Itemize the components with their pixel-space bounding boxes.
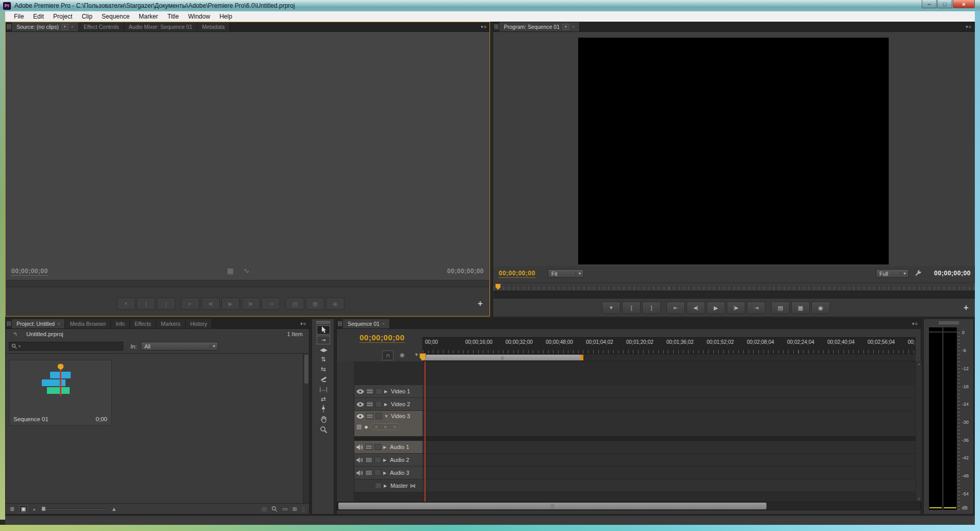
list-view-button[interactable]: ≣: [10, 506, 14, 512]
track-content-video3[interactable]: [422, 385, 916, 398]
sequence-item-card[interactable]: Sequence 01 0;00: [9, 360, 112, 426]
program-go-to-out-button[interactable]: ⇥: [747, 302, 765, 314]
track-lock-toggle[interactable]: [375, 388, 382, 394]
zoom-in-triangle-icon[interactable]: ▲: [111, 506, 117, 512]
program-marker-button[interactable]: ▼: [602, 302, 620, 314]
show-keyframes-button[interactable]: ◆: [364, 424, 368, 429]
sync-lock-icon[interactable]: [366, 401, 373, 407]
track-header-audio2[interactable]: ▶ Audio 2: [354, 454, 422, 467]
next-keyframe-icon[interactable]: ▶: [394, 425, 396, 429]
track-header-video3[interactable]: ▶ Video 1: [354, 385, 422, 398]
collapse-arrow-icon[interactable]: ▶: [384, 402, 389, 407]
rate-stretch-tool[interactable]: ⇆: [321, 365, 326, 374]
menu-edit[interactable]: Edit: [28, 13, 48, 20]
toggle-track-output-icon[interactable]: [356, 389, 364, 394]
razor-tool[interactable]: [320, 375, 328, 384]
program-go-to-in-button[interactable]: ⇤: [666, 302, 685, 314]
playhead-line[interactable]: [424, 361, 426, 502]
program-playhead[interactable]: [495, 284, 501, 290]
add-keyframe-icon[interactable]: ◆: [384, 425, 387, 429]
source-step-back-button[interactable]: ◀|: [201, 297, 220, 310]
track-lock-toggle[interactable]: [375, 483, 382, 489]
track-content-video1[interactable]: [422, 411, 916, 437]
menu-title[interactable]: Title: [162, 13, 183, 20]
menu-window[interactable]: Window: [184, 13, 215, 20]
set-encore-chapter-marker-button[interactable]: ◉: [400, 352, 405, 358]
collapse-arrow-icon[interactable]: ▶: [383, 458, 388, 462]
menu-sequence[interactable]: Sequence: [97, 13, 134, 20]
work-area-end-handle[interactable]: [580, 355, 583, 360]
tab-effect-controls[interactable]: Effect Controls: [79, 22, 124, 31]
track-content-master[interactable]: [422, 479, 916, 492]
program-scrollbar[interactable]: [494, 291, 975, 298]
project-vertical-scrollbar[interactable]: [303, 354, 309, 503]
sync-lock-icon[interactable]: [366, 413, 373, 419]
source-mark-out-button[interactable]: }: [157, 297, 175, 310]
close-tab-icon[interactable]: ×: [572, 24, 575, 29]
set-unnumbered-marker-button[interactable]: ▼: [414, 352, 419, 357]
source-go-to-in-button[interactable]: ⇤: [181, 297, 200, 310]
track-select-tool[interactable]: ⇥: [317, 336, 330, 344]
program-mini-timeline[interactable]: [494, 283, 975, 290]
panel-menu-icon[interactable]: ▾≡: [481, 24, 487, 29]
clear-button[interactable]: ▯: [302, 506, 305, 512]
toggle-track-mute-icon[interactable]: [356, 444, 363, 450]
slide-tool[interactable]: ⇄: [321, 395, 326, 404]
panel-grip[interactable]: [7, 24, 11, 29]
menu-clip[interactable]: Clip: [77, 13, 97, 20]
track-header-video2[interactable]: ▶ Video 2: [354, 398, 422, 411]
sync-lock-icon[interactable]: [365, 457, 372, 463]
source-play-button[interactable]: ▶: [221, 297, 240, 310]
track-lock-toggle[interactable]: [375, 401, 382, 407]
zoom-out-triangle-icon[interactable]: ▲: [32, 507, 36, 511]
source-export-frame-button[interactable]: ◉: [326, 297, 345, 310]
previous-keyframe-icon[interactable]: ◀: [374, 425, 377, 429]
set-display-style-button[interactable]: ▥: [356, 423, 362, 430]
hand-tool[interactable]: [320, 415, 328, 425]
zoom-tool[interactable]: [320, 426, 328, 435]
program-zoom-select[interactable]: Fit ▼: [548, 269, 584, 278]
close-tab-icon[interactable]: ×: [57, 321, 60, 326]
tab-markers[interactable]: Markers: [156, 319, 186, 328]
source-overwrite-button[interactable]: ▦: [306, 297, 324, 310]
up-one-level-icon[interactable]: ↰: [13, 331, 18, 338]
program-step-back-button[interactable]: ◀|: [687, 302, 705, 314]
tab-source[interactable]: Source: (no clips) ▼ ×: [12, 22, 79, 31]
panel-menu-icon[interactable]: ▾≡: [912, 321, 918, 326]
icon-view-button[interactable]: ▣: [19, 505, 27, 513]
timeline-vertical-scrollbar[interactable]: ▲ ▼: [916, 361, 922, 502]
panel-grip[interactable]: [494, 24, 498, 29]
pen-tool[interactable]: [320, 405, 327, 414]
menu-file[interactable]: File: [9, 13, 28, 20]
toggle-track-output-icon[interactable]: [356, 402, 364, 407]
source-zoom-scrollbar[interactable]: [6, 280, 489, 287]
panel-grip[interactable]: [939, 321, 959, 325]
source-step-forward-button[interactable]: |▶: [241, 297, 260, 310]
program-tab-dropdown-icon[interactable]: ▼: [562, 24, 569, 30]
search-scope-select[interactable]: All ▼: [141, 342, 218, 351]
expand-arrow-icon[interactable]: ▼: [384, 414, 389, 419]
source-marker-button[interactable]: ▼: [117, 297, 135, 310]
panel-grip[interactable]: [7, 321, 11, 326]
panel-grip[interactable]: [316, 321, 331, 324]
close-button[interactable]: ×: [953, 0, 975, 8]
track-content-audio3[interactable]: [422, 467, 916, 479]
collapse-arrow-icon[interactable]: ▶: [384, 484, 388, 488]
collapse-arrow-icon[interactable]: ▶: [383, 471, 388, 475]
tab-sequence-01[interactable]: Sequence 01 ×: [343, 319, 390, 328]
toggle-track-output-icon[interactable]: [356, 414, 364, 419]
close-tab-icon[interactable]: ×: [382, 321, 385, 326]
rolling-edit-tool[interactable]: ⇅: [321, 355, 326, 364]
time-ruler[interactable]: 00;00 00;00;16;00 00;00;32;00 00;00;48;0…: [422, 337, 916, 354]
program-export-frame-button[interactable]: ◉: [811, 302, 830, 314]
tab-metadata[interactable]: Metadata: [198, 22, 230, 31]
drag-audio-only-icon[interactable]: ∿: [243, 267, 250, 275]
minimize-button[interactable]: –: [922, 0, 937, 8]
track-content-audio1[interactable]: [422, 441, 916, 454]
sync-lock-icon[interactable]: [365, 444, 372, 450]
panel-menu-icon[interactable]: ▾≡: [300, 321, 306, 326]
tab-info[interactable]: Info: [111, 319, 130, 328]
program-lift-button[interactable]: ▤: [771, 302, 790, 314]
new-bin-button[interactable]: ▭: [282, 506, 287, 512]
settings-wrench-icon[interactable]: [914, 270, 922, 278]
